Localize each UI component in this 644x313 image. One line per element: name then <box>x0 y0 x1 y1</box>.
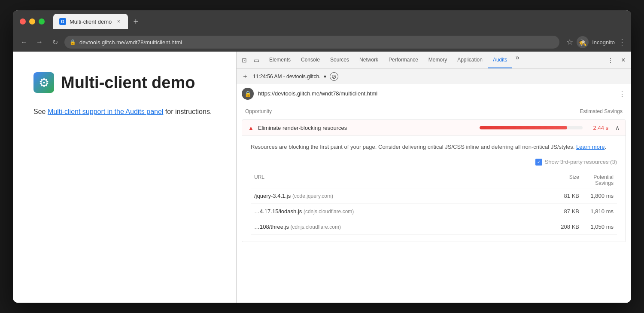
table-row: …4.17.15/lodash.js (cdnjs.cloudflare.com… <box>251 204 617 219</box>
opportunity-label: Opportunity <box>245 108 272 114</box>
audit-cancel-button[interactable]: ⊘ <box>330 72 338 81</box>
url-avatar-icon: 🔒 <box>242 88 254 100</box>
url-person-icon: 🔒 <box>244 90 252 97</box>
device-icon: ▭ <box>254 57 259 64</box>
page-content: ⚙ Multi-client demo See Multi-client sup… <box>13 52 236 303</box>
audit-item-body: Resources are blocking the first paint o… <box>242 135 626 242</box>
table-row: /jquery-3.4.1.js (code.jquery.com) 81 KB… <box>251 188 617 204</box>
page-logo: ⚙ <box>33 72 54 93</box>
resource-url-1: /jquery-3.4.1.js (code.jquery.com) <box>254 193 549 199</box>
incognito-icon: 🕵 <box>578 38 587 46</box>
third-party-checkbox[interactable]: ✓ <box>535 159 542 166</box>
devtools-url-bar: 🔒 https://devtools.glitch.me/wndt78/mult… <box>237 84 631 103</box>
resource-url-3: …108/three.js (cdnjs.cloudflare.com) <box>254 224 549 230</box>
audit-timestamp: 11:24:56 AM - devtools.glitch. <box>253 74 320 80</box>
nav-bar: ← → ↻ 🔒 devtools.glitch.me/wndt78/multic… <box>13 33 631 52</box>
devtools-tabs: Elements Console Sources Network Perform… <box>264 52 522 68</box>
forward-button[interactable]: → <box>33 36 46 48</box>
page-header: ⚙ Multi-client demo <box>33 72 216 93</box>
table-header: URL Size PotentialSavings <box>251 172 617 188</box>
browser-menu-button[interactable]: ⋮ <box>618 37 626 47</box>
savings-bar-fill <box>480 126 567 129</box>
cancel-icon: ⊘ <box>331 73 337 80</box>
title-bar: G Multi-client demo × + <box>13 10 631 33</box>
tab-memory[interactable]: Memory <box>423 52 452 68</box>
learn-more-link[interactable]: Learn more <box>576 144 605 150</box>
tab-console[interactable]: Console <box>296 52 325 68</box>
audit-dropdown[interactable]: ▾ <box>324 74 326 80</box>
devtools-audit-bar: + 11:24:56 AM - devtools.glitch. ▾ ⊘ <box>237 69 631 84</box>
third-party-label: Show 3rd-party resources (3) <box>545 159 617 165</box>
back-button[interactable]: ← <box>18 36 30 48</box>
tab-performance[interactable]: Performance <box>383 52 423 68</box>
savings-bar <box>480 126 583 129</box>
tab-application[interactable]: Application <box>452 52 488 68</box>
tab-bar: G Multi-client demo × + <box>53 14 142 29</box>
tab-network[interactable]: Network <box>354 52 383 68</box>
new-tab-button[interactable]: + <box>130 15 142 28</box>
description-after: for instructions. <box>163 108 212 115</box>
incognito-label: Incognito <box>592 39 615 46</box>
description-before: See <box>33 108 48 115</box>
audit-add-button[interactable]: + <box>241 72 249 81</box>
resources-table: URL Size PotentialSavings /jquery-3.4.1.… <box>251 172 617 235</box>
traffic-lights <box>20 18 45 25</box>
nav-actions: ☆ 🕵 Incognito ⋮ <box>566 36 626 48</box>
col-url-label: URL <box>254 174 549 186</box>
active-tab[interactable]: G Multi-client demo × <box>53 14 128 29</box>
col-size-label: Size <box>549 174 579 186</box>
device-toolbar-button[interactable]: ▭ <box>250 54 262 66</box>
lock-icon: 🔒 <box>70 39 76 45</box>
audits-panel-link[interactable]: Multi-client support in the Audits panel <box>48 108 163 115</box>
devtools-close-button[interactable]: × <box>617 54 629 66</box>
tab-audits[interactable]: Audits <box>488 52 512 68</box>
tab-elements[interactable]: Elements <box>264 52 296 68</box>
bookmark-button[interactable]: ☆ <box>566 37 573 47</box>
devtools-url-text: https://devtools.glitch.me/wndt78/multic… <box>258 90 614 97</box>
savings-value: 2.44 s <box>587 125 608 131</box>
refresh-button[interactable]: ↻ <box>49 36 61 48</box>
warning-triangle-icon: ▲ <box>248 125 254 131</box>
audit-item-title: Eliminate render-blocking resources <box>258 125 475 131</box>
page-title: Multi-client demo <box>61 74 195 92</box>
tab-favicon: G <box>59 18 66 25</box>
close-traffic-light[interactable] <box>20 18 26 25</box>
more-tabs-button[interactable]: » <box>512 52 522 64</box>
page-description: See Multi-client support in the Audits p… <box>33 107 216 117</box>
tab-close-button[interactable]: × <box>115 18 122 25</box>
inspect-element-button[interactable]: ⊡ <box>238 54 250 66</box>
devtools-content: Opportunity Estimated Savings ▲ Eliminat… <box>237 103 631 303</box>
logo-icon: ⚙ <box>39 76 49 90</box>
opportunity-header: Opportunity Estimated Savings <box>237 103 631 118</box>
audit-description: Resources are blocking the first paint o… <box>251 143 617 152</box>
collapse-button[interactable]: ∧ <box>615 124 620 131</box>
url-text: devtools.glitch.me/wndt78/multiclient.ht… <box>79 39 182 46</box>
audit-item-render-blocking: ▲ Eliminate render-blocking resources 2.… <box>242 120 626 242</box>
devtools-menu-button[interactable]: ⋮ <box>605 54 617 66</box>
incognito-avatar: 🕵 <box>577 36 589 48</box>
audit-item-header[interactable]: ▲ Eliminate render-blocking resources 2.… <box>242 120 626 135</box>
estimated-savings-label: Estimated Savings <box>580 108 623 114</box>
resource-url-2: …4.17.15/lodash.js (cdnjs.cloudflare.com… <box>254 208 549 215</box>
devtools-toolbar: ⊡ ▭ Elements Console Sources <box>237 52 631 69</box>
main-area: ⚙ Multi-client demo See Multi-client sup… <box>13 52 631 303</box>
maximize-traffic-light[interactable] <box>39 18 45 25</box>
table-row: …108/three.js (cdnjs.cloudflare.com) 208… <box>251 219 617 235</box>
col-savings-label: PotentialSavings <box>579 174 614 186</box>
inspect-icon: ⊡ <box>242 57 247 64</box>
minimize-traffic-light[interactable] <box>29 18 35 25</box>
browser-window: G Multi-client demo × + ← → ↻ 🔒 devtools… <box>13 10 631 303</box>
address-bar[interactable]: 🔒 devtools.glitch.me/wndt78/multiclient.… <box>64 36 559 49</box>
tab-sources[interactable]: Sources <box>325 52 354 68</box>
tab-label: Multi-client demo <box>70 18 112 25</box>
devtools-url-more-button[interactable]: ⋮ <box>618 89 626 98</box>
devtools-panel: ⊡ ▭ Elements Console Sources <box>236 52 631 303</box>
third-party-row: ✓ Show 3rd-party resources (3) <box>251 159 617 166</box>
devtools-panel-actions: ⋮ × <box>605 54 629 66</box>
